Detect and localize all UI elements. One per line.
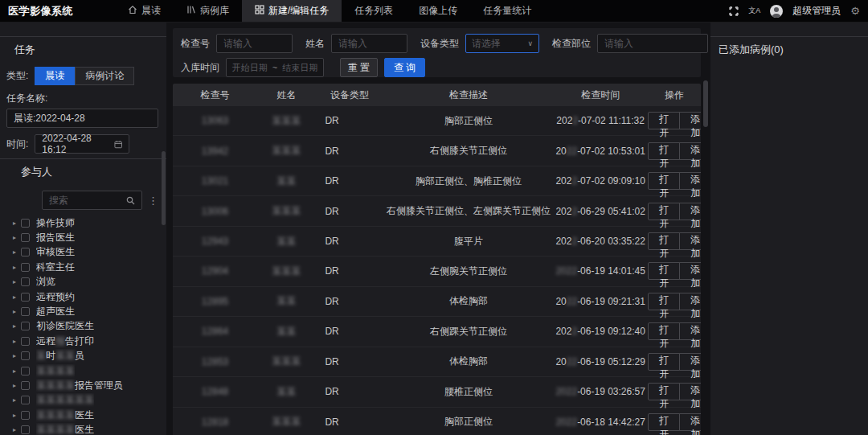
type-morning-button[interactable]: 晨读: [35, 67, 75, 85]
time-text: -06-19 14:01:45: [577, 265, 645, 277]
tree-item[interactable]: ▸某某某某: [6, 363, 158, 378]
open-button[interactable]: 打开: [648, 322, 680, 340]
caret-right-icon[interactable]: ▸: [6, 308, 19, 315]
open-button[interactable]: 打开: [648, 383, 680, 400]
reset-button[interactable]: 重置: [340, 58, 378, 77]
nav-item[interactable]: 图像上传: [406, 0, 470, 22]
exam-no-input[interactable]: [216, 34, 293, 53]
caret-right-icon[interactable]: ▸: [6, 322, 19, 330]
search-button[interactable]: 查询: [384, 58, 425, 77]
sidebar-scrollbar[interactable]: [162, 151, 166, 225]
fullscreen-icon[interactable]: [729, 6, 739, 16]
open-button[interactable]: 打开: [648, 172, 680, 190]
add-button[interactable]: 添加: [679, 232, 701, 250]
nav-item[interactable]: 病例库: [174, 0, 242, 22]
checkbox[interactable]: [21, 337, 30, 346]
caret-right-icon[interactable]: ▸: [6, 426, 19, 433]
caret-right-icon[interactable]: ▸: [6, 382, 19, 389]
open-button[interactable]: 打开: [648, 262, 680, 280]
redacted-exam-no: 12895: [202, 296, 228, 307]
add-button[interactable]: 添加: [679, 172, 701, 190]
nav-item[interactable]: 任务列表: [342, 0, 406, 22]
caret-right-icon[interactable]: ▸: [6, 338, 19, 345]
main-scrollbar[interactable]: [703, 80, 708, 127]
checkbox[interactable]: [21, 381, 30, 390]
caret-right-icon[interactable]: ▸: [6, 234, 19, 241]
topbar-nav: 晨读病例库新建/编辑任务任务列表图像上传任务量统计: [115, 0, 544, 22]
add-button[interactable]: 添加: [679, 293, 701, 310]
checkbox[interactable]: [21, 322, 30, 330]
tree-item[interactable]: ▸超声医生: [6, 304, 158, 318]
checkbox[interactable]: [21, 396, 30, 404]
task-name-input[interactable]: 晨读:2022-04-28: [6, 109, 158, 128]
caret-right-icon[interactable]: ▸: [6, 278, 19, 285]
tree-item[interactable]: ▸某某某某某某: [6, 393, 158, 408]
device-type-select[interactable]: 请选择 ∨: [465, 34, 539, 53]
exam-time-cell: 2022-07-02 09:09:10: [553, 175, 648, 187]
tree-item[interactable]: ▸某时某某员: [6, 349, 158, 363]
checkbox[interactable]: [21, 367, 30, 375]
open-button[interactable]: 打开: [648, 142, 680, 160]
add-button[interactable]: 添加: [679, 413, 701, 431]
add-button[interactable]: 添加: [679, 353, 701, 371]
tree-item[interactable]: ▸某某某某医生: [6, 422, 158, 435]
caret-right-icon[interactable]: ▸: [6, 396, 19, 404]
open-button[interactable]: 打开: [648, 353, 680, 371]
redacted-name: 某某某: [272, 355, 301, 367]
tree-item[interactable]: ▸远程预约: [6, 289, 158, 304]
open-button[interactable]: 打开: [648, 413, 680, 431]
avatar[interactable]: [770, 5, 783, 18]
task-time-input[interactable]: 2022-04-28 16:12: [35, 134, 129, 154]
checkbox[interactable]: [21, 219, 30, 228]
add-button[interactable]: 添加: [679, 142, 701, 160]
open-button[interactable]: 打开: [648, 203, 680, 220]
add-button[interactable]: 添加: [679, 262, 701, 280]
add-button[interactable]: 添加: [679, 383, 701, 400]
open-button[interactable]: 打开: [648, 293, 680, 310]
checkbox[interactable]: [21, 293, 30, 302]
tree-item[interactable]: ▸操作技师: [6, 215, 158, 230]
tree-item[interactable]: ▸科室主任: [6, 260, 158, 274]
open-button[interactable]: 打开: [648, 232, 680, 250]
caret-right-icon[interactable]: ▸: [6, 248, 19, 256]
date-range-input[interactable]: 开始日期 ~ 结束日期: [226, 58, 324, 77]
tree-item[interactable]: ▸浏览: [6, 275, 158, 289]
tree-item[interactable]: ▸审核医生: [6, 245, 158, 260]
body-part-input[interactable]: [597, 34, 708, 53]
gear-icon[interactable]: ⚙: [850, 5, 860, 17]
caret-right-icon[interactable]: ▸: [6, 367, 19, 375]
tree-item[interactable]: ▸初诊医院医生: [6, 319, 158, 334]
open-button[interactable]: 打开: [648, 112, 680, 129]
device-type-cell: DR: [315, 265, 383, 277]
tree-item[interactable]: ▸远程报告打印: [6, 334, 158, 348]
checkbox[interactable]: [21, 351, 30, 360]
caret-right-icon[interactable]: ▸: [6, 293, 19, 301]
checkbox[interactable]: [21, 263, 30, 272]
type-discussion-button[interactable]: 病例讨论: [75, 67, 134, 85]
add-button[interactable]: 添加: [679, 203, 701, 220]
caret-right-icon[interactable]: ▸: [6, 352, 19, 359]
participant-search-input[interactable]: 搜索: [42, 191, 142, 210]
nav-item[interactable]: 新建/编辑任务: [242, 0, 342, 22]
caret-right-icon[interactable]: ▸: [6, 220, 19, 227]
tree-item[interactable]: ▸报告医生: [6, 230, 158, 244]
add-button[interactable]: 添加: [679, 112, 701, 129]
checkbox[interactable]: [21, 277, 30, 286]
more-options-icon[interactable]: ⋮: [148, 195, 158, 207]
caret-right-icon[interactable]: ▸: [6, 264, 19, 271]
checkbox[interactable]: [21, 425, 30, 434]
checkbox[interactable]: [21, 307, 30, 316]
tree-item[interactable]: ▸某某某某报告管理员: [6, 378, 158, 392]
checkbox[interactable]: [21, 233, 30, 242]
actions-cell: 打开添加: [648, 112, 701, 129]
checkbox[interactable]: [21, 411, 30, 420]
name-input[interactable]: [331, 34, 407, 53]
nav-item[interactable]: 任务量统计: [470, 0, 544, 22]
add-button[interactable]: 添加: [679, 322, 701, 340]
caret-right-icon[interactable]: ▸: [6, 412, 19, 419]
redacted-text: 某某某某某某: [36, 394, 94, 405]
checkbox[interactable]: [21, 248, 30, 256]
nav-item[interactable]: 晨读: [115, 0, 174, 22]
tree-item[interactable]: ▸某某某某医生: [6, 408, 158, 422]
translate-icon[interactable]: 文A: [748, 6, 760, 16]
